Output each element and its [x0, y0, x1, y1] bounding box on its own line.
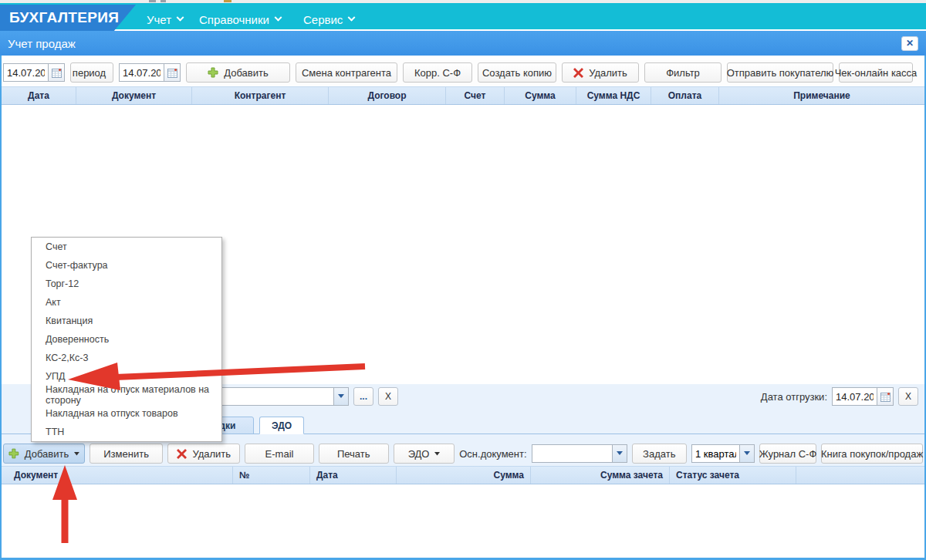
menu-item-nakladnaya-materialy[interactable]: Накладная на отпуск материалов на сторон…: [32, 386, 221, 404]
delete-label: Удалить: [589, 67, 627, 79]
delete-related-document-label: Удалить: [192, 448, 231, 460]
period-start-input[interactable]: [3, 63, 48, 82]
calendar-icon[interactable]: [48, 63, 65, 82]
email-button[interactable]: E-mail: [245, 444, 313, 464]
app-menubar: Учет Справочники Сервис: [0, 3, 926, 29]
calendar-icon[interactable]: [164, 63, 181, 82]
edo-label: ЭДО: [408, 448, 430, 460]
online-cash-button[interactable]: Чек-онлайн касса: [839, 62, 913, 83]
column-header-kontragent[interactable]: Контрагент: [192, 87, 329, 104]
invoice-journal-button[interactable]: Журнал С-Ф: [759, 444, 816, 464]
close-icon[interactable]: ✕: [901, 36, 918, 51]
tab-edo[interactable]: ЭДО: [259, 417, 304, 434]
menu-item-schet[interactable]: Счет: [32, 238, 221, 256]
corr-invoice-label: Корр. С-Ф: [414, 67, 461, 79]
column-header-data[interactable]: Дата: [2, 87, 76, 104]
quarter-select[interactable]: [691, 444, 755, 463]
sales-toolbar: период Добавить Смена контрагента Корр. …: [2, 60, 924, 85]
menu-item-schet-faktura[interactable]: Счет-фактура: [32, 256, 221, 275]
menu-item-kvitanciya[interactable]: Квитанция: [32, 312, 221, 330]
window-titlebar: Учет продаж ✕: [0, 31, 926, 56]
screen: Учет Справочники Сервис БУХГАЛТЕРИЯ Учет…: [0, 0, 926, 560]
app-logo-text: БУХГАЛТЕРИЯ: [9, 9, 119, 25]
menu-servis-label: Сервис: [303, 13, 343, 26]
app-logo: БУХГАЛТЕРИЯ: [0, 5, 136, 31]
period-end-input[interactable]: [119, 63, 164, 82]
period-mode-button[interactable]: период: [70, 62, 113, 83]
column-header-schet[interactable]: Счет: [446, 87, 505, 104]
menu-item-nakladnaya-tovary[interactable]: Накладная на отпуск товаров: [32, 404, 221, 423]
online-cash-label: Чек-онлайн касса: [835, 67, 918, 79]
clear-link-button[interactable]: X: [378, 387, 398, 406]
corr-invoice-button[interactable]: Корр. С-Ф: [403, 62, 472, 83]
calendar-icon[interactable]: [877, 387, 894, 406]
documents-table-header: Документ № Дата Сумма Сумма зачета Стату…: [2, 466, 924, 484]
ship-date-input[interactable]: [832, 387, 877, 406]
menu-item-doverennost[interactable]: Доверенность: [32, 330, 221, 349]
delete-x-icon: [573, 68, 583, 78]
menu-item-akt[interactable]: Акт: [32, 293, 221, 312]
column-header-primechanie[interactable]: Примечание: [719, 87, 924, 104]
add-related-document-button[interactable]: Добавить: [3, 444, 85, 464]
print-label: Печать: [337, 448, 370, 460]
copy-button[interactable]: Создать копию: [478, 62, 556, 83]
filter-button[interactable]: Фильтр: [644, 62, 722, 83]
chevron-down-icon[interactable]: [612, 445, 627, 462]
filter-label: Фильтр: [666, 67, 700, 79]
period-start-datefield: [3, 63, 65, 82]
clear-ship-date-button[interactable]: X: [898, 387, 918, 406]
menu-spravochniki[interactable]: Справочники: [199, 6, 281, 32]
column-header-dokument[interactable]: Документ: [2, 467, 233, 484]
column-header-nomer[interactable]: №: [233, 467, 310, 484]
menu-item-ks-2-ks-3[interactable]: КС-2,Кс-3: [32, 349, 221, 367]
column-header-summa[interactable]: Сумма: [505, 87, 576, 104]
chevron-down-icon[interactable]: [739, 445, 754, 462]
add-document-label: Добавить: [224, 67, 268, 79]
menu-uchet[interactable]: Учет: [147, 6, 183, 32]
send-to-buyer-button[interactable]: Отправить покупателю: [727, 62, 833, 83]
column-header-summa-nds[interactable]: Сумма НДС: [576, 87, 651, 104]
menu-item-ttn[interactable]: ТТН: [32, 423, 221, 441]
set-main-document-button[interactable]: Задать: [632, 444, 687, 464]
delete-button[interactable]: Удалить: [562, 62, 639, 83]
window-title: Учет продаж: [8, 37, 76, 50]
column-header-data[interactable]: Дата: [310, 467, 397, 484]
main-document-combo[interactable]: [532, 444, 627, 463]
add-document-button[interactable]: Добавить: [186, 62, 290, 83]
caret-down-icon: [434, 452, 440, 456]
column-header-dokument[interactable]: Документ: [76, 87, 192, 104]
menu-item-upd[interactable]: УПД: [32, 367, 221, 386]
documents-table-body[interactable]: [2, 485, 924, 558]
column-header-empty: [796, 467, 924, 484]
tab-edo-label: ЭДО: [272, 420, 292, 431]
chevron-down-icon: [348, 13, 356, 21]
delete-related-document-button[interactable]: Удалить: [167, 444, 240, 464]
copy-label: Создать копию: [482, 67, 552, 79]
main-document-input[interactable]: [532, 445, 612, 462]
chevron-down-icon[interactable]: [333, 388, 348, 405]
quarter-input[interactable]: [692, 445, 739, 462]
reports-group: Журнал С-Ф Книга покупок/продаж: [691, 444, 923, 464]
chevron-down-icon: [274, 13, 282, 21]
menu-servis[interactable]: Сервис: [303, 6, 354, 32]
purchase-sales-book-button[interactable]: Книга покупок/продаж: [821, 444, 923, 464]
menu-uchet-label: Учет: [147, 13, 171, 26]
column-header-summa[interactable]: Сумма: [397, 467, 531, 484]
edit-document-label: Изменить: [103, 448, 149, 460]
edo-button[interactable]: ЭДО: [394, 444, 455, 464]
column-header-oplata[interactable]: Оплата: [651, 87, 719, 104]
column-header-summa-zacheta[interactable]: Сумма зачета: [531, 467, 670, 484]
column-header-dogovor[interactable]: Договор: [329, 87, 446, 104]
edit-document-button[interactable]: Изменить: [90, 444, 163, 464]
ellipsis-button[interactable]: ...: [353, 387, 373, 406]
background-window-artifact: [149, 0, 156, 2]
column-header-status-zacheta[interactable]: Статус зачета: [670, 467, 796, 484]
change-counterparty-button[interactable]: Смена контрагента: [296, 62, 397, 83]
menu-item-torg-12[interactable]: Торг-12: [32, 275, 221, 293]
background-window-artifact: [224, 0, 231, 2]
delete-x-icon: [177, 449, 187, 459]
caret-down-icon: [74, 452, 79, 456]
print-button[interactable]: Печать: [319, 444, 389, 464]
email-label: E-mail: [265, 448, 294, 460]
ship-date-label: Дата отгрузки:: [761, 391, 827, 403]
